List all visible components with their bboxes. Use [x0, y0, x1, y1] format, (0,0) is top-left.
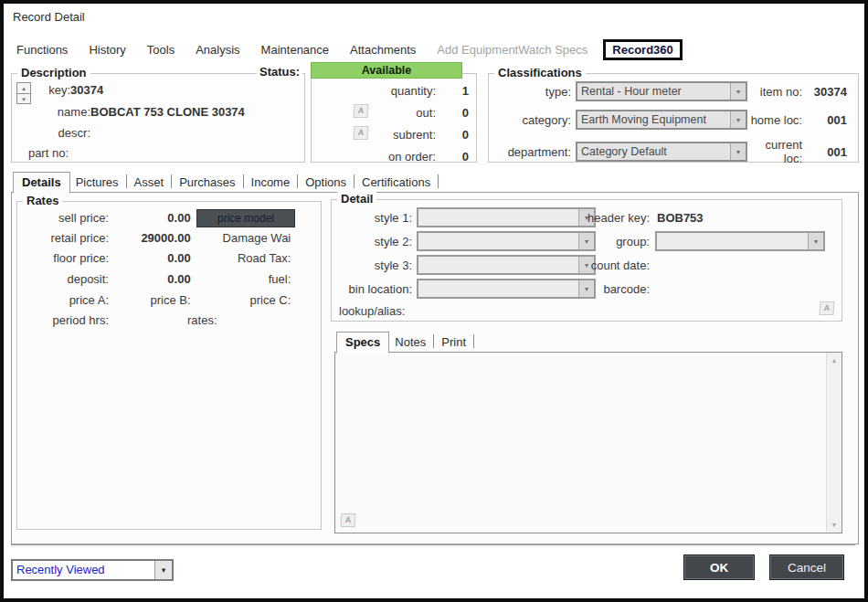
classifications-group: Classifications type: Rental - Hour mete… [488, 73, 859, 163]
sell-price-label: sell price: [21, 211, 109, 225]
menu-item-functions[interactable]: Functions [16, 43, 68, 57]
subtab-notes[interactable]: Notes [389, 333, 431, 353]
specs-textarea[interactable]: A ▴ ▾ [334, 352, 842, 533]
tab-income[interactable]: Income [246, 173, 296, 193]
scroll-down-icon[interactable]: ▾ [832, 517, 836, 533]
translate-icon[interactable]: A [353, 104, 368, 118]
recently-viewed-value: Recently Viewed [13, 561, 154, 579]
price-b-label: price B: [112, 293, 191, 307]
status-group: quantity: 1 out: 0 subrent: 0 on order: … [311, 73, 477, 163]
department-value: Category Default [577, 143, 730, 160]
retail-price-value: 29000.00 [112, 231, 191, 245]
menu-item-history[interactable]: History [89, 43, 125, 57]
chevron-down-icon[interactable]: ▾ [730, 111, 746, 128]
type-label: type: [494, 85, 571, 99]
descr-label: descr: [12, 126, 90, 140]
key-value: 30374 [70, 83, 103, 97]
description-legend: Description [17, 66, 90, 79]
department-label: department: [494, 145, 571, 159]
record-detail-dialog: Record Detail Functions History Tools An… [0, 0, 868, 602]
chevron-down-icon[interactable]: ▾ [730, 143, 746, 160]
translate-icon[interactable]: A [353, 126, 368, 140]
onorder-value: 0 [436, 150, 469, 164]
tab-asset[interactable]: Asset [129, 173, 170, 193]
classifications-legend: Classifications [494, 66, 586, 79]
style3-label: style 3: [335, 259, 412, 272]
chevron-down-icon[interactable]: ▾ [730, 83, 746, 100]
menu-item-analysis[interactable]: Analysis [196, 43, 239, 57]
subrent-value: 0 [436, 128, 469, 142]
homeloc-value: 001 [807, 113, 851, 127]
category-label: category: [494, 113, 571, 127]
road-tax-label: Road Tax: [194, 251, 322, 265]
quantity-label: quantity: [328, 84, 436, 98]
specs-tabstrip: Specs Notes Print [336, 331, 476, 353]
rates-legend: Rates [23, 194, 62, 207]
tab-options[interactable]: Options [300, 173, 352, 193]
menu-item-add-equipmentwatch-specs: Add EquipmentWatch Specs [437, 43, 587, 57]
menu-item-attachments[interactable]: Attachments [350, 43, 416, 57]
tab-purchases[interactable]: Purchases [174, 173, 240, 193]
chevron-down-icon[interactable]: ▾ [808, 233, 823, 249]
rates-label: rates: [187, 313, 217, 327]
subtab-specs[interactable]: Specs [336, 332, 389, 354]
homeloc-label: home loc: [747, 113, 802, 127]
subrent-label: subrent: [328, 128, 436, 142]
currentloc-label: current loc: [747, 138, 802, 165]
deposit-label: deposit: [21, 272, 109, 286]
window-title: Record Detail [13, 10, 85, 24]
onorder-label: on order: [328, 150, 436, 164]
style2-label: style 2: [335, 235, 412, 248]
barcode-label: barcode: [566, 282, 650, 296]
detail-legend: Detail [337, 192, 376, 206]
subtab-print[interactable]: Print [436, 333, 471, 353]
price-model-button[interactable]: price model [196, 209, 295, 227]
footer-divider [11, 544, 855, 547]
bin-location-label: bin location: [335, 282, 412, 296]
sell-price-value: 0.00 [112, 211, 191, 225]
group-select[interactable]: ▾ [655, 231, 825, 251]
floor-price-label: floor price: [21, 251, 109, 265]
price-c-label: price C: [194, 293, 322, 307]
currentloc-value: 001 [807, 145, 851, 159]
floor-price-value: 0.00 [112, 251, 191, 265]
rates-group: Rates sell price: 0.00 price model retai… [16, 201, 322, 530]
out-label: out: [328, 106, 436, 120]
key-label: key: [12, 83, 70, 97]
ok-button[interactable]: OK [683, 554, 755, 580]
type-select[interactable]: Rental - Hour meter ▾ [576, 81, 747, 101]
cancel-button[interactable]: Cancel [769, 554, 844, 580]
quantity-value: 1 [436, 84, 469, 98]
chevron-down-icon[interactable]: ▾ [154, 561, 172, 579]
category-value: Earth Moving Equipment [577, 111, 730, 128]
menu-item-tools[interactable]: Tools [147, 43, 175, 57]
retail-price-label: retail price: [21, 231, 109, 245]
translate-icon[interactable]: A [819, 301, 834, 315]
department-select[interactable]: Category Default ▾ [576, 142, 747, 162]
period-hrs-label: period hrs: [21, 313, 109, 327]
menu-item-record360[interactable]: Record360 [603, 39, 682, 60]
deposit-value: 0.00 [112, 272, 191, 286]
header-key-value: BOB753 [657, 211, 704, 225]
specs-scrollbar[interactable]: ▴ ▾ [826, 353, 842, 533]
tab-certifications[interactable]: Certifications [356, 173, 436, 193]
detail-group: Detail style 1: ▾ style 2: ▾ style 3: ▾ … [331, 199, 842, 322]
status-label: Status: [257, 65, 302, 79]
name-label: name: [12, 105, 90, 119]
price-a-label: price A: [21, 293, 109, 307]
itemno-label: item no: [747, 85, 802, 99]
description-group: Description ▴ ▾ key: 30374 name: BOBCAT … [11, 73, 305, 163]
tab-details[interactable]: Details [13, 172, 70, 194]
type-value: Rental - Hour meter [577, 83, 730, 100]
menu-item-maintenance[interactable]: Maintenance [261, 43, 329, 57]
damage-waiver-label: Damage Wai [194, 231, 322, 245]
status-badge: Available [311, 62, 462, 79]
fuel-label: fuel: [194, 272, 322, 286]
recently-viewed-select[interactable]: Recently Viewed ▾ [11, 559, 174, 581]
scroll-up-icon[interactable]: ▴ [832, 353, 836, 368]
tab-pictures[interactable]: Pictures [70, 173, 124, 193]
main-tabstrip: Details Pictures Asset Purchases Income … [13, 171, 440, 193]
category-select[interactable]: Earth Moving Equipment ▾ [576, 110, 747, 130]
lookup-alias-label: lookup/alias: [339, 304, 405, 318]
translate-icon[interactable]: A [340, 513, 355, 527]
